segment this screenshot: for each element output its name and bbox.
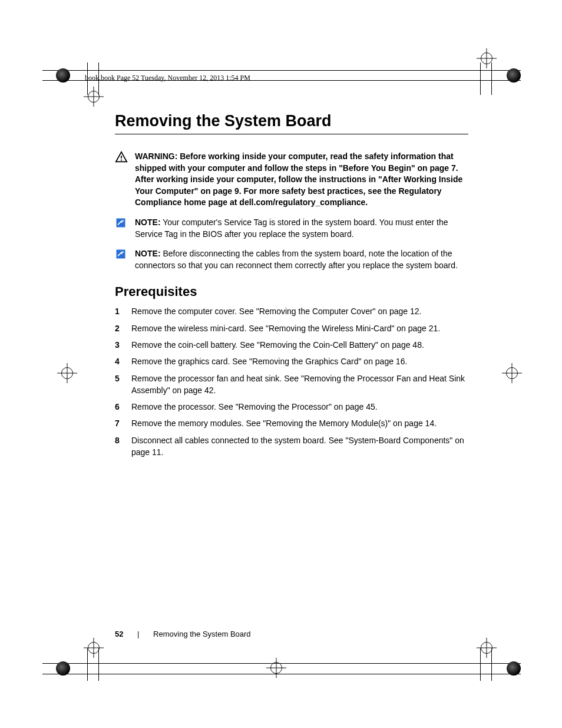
svg-point-22 [121, 159, 122, 160]
page-footer: 52 | Removing the System Board [115, 630, 251, 638]
warning-label: WARNING: [135, 151, 177, 161]
note-label: NOTE: [135, 218, 161, 227]
footer-separator: | [137, 630, 139, 638]
note-block: NOTE: Before disconnecting the cables fr… [115, 248, 468, 271]
list-item: Remove the wireless mini-card. See "Remo… [115, 322, 468, 334]
warning-body: Before working inside your computer, rea… [135, 151, 462, 207]
note-text: NOTE: Before disconnecting the cables fr… [135, 248, 468, 271]
note-icon [115, 248, 135, 271]
page-title: Removing the System Board [115, 112, 468, 130]
note-icon [115, 217, 135, 240]
registration-mark-icon [82, 85, 105, 108]
note-body: Your computer's Service Tag is stored in… [135, 218, 448, 239]
crop-ball-icon [507, 661, 521, 676]
list-item: Remove the memory modules. See "Removing… [115, 417, 468, 429]
list-item: Remove the computer cover. See "Removing… [115, 305, 468, 317]
note-body: Before disconnecting the cables from the… [135, 249, 458, 270]
list-item: Remove the processor. See "Removing the … [115, 401, 468, 413]
list-item: Remove the coin-cell battery. See "Remov… [115, 339, 468, 351]
registration-mark-icon [475, 637, 498, 659]
registration-mark-icon [265, 657, 287, 679]
list-item: Disconnect all cables connected to the s… [115, 434, 468, 459]
list-item: Remove the graphics card. See "Removing … [115, 355, 468, 367]
registration-mark-icon [56, 362, 78, 384]
page-number: 52 [115, 630, 123, 638]
document-page: book.book Page 52 Tuesday, November 12, … [0, 0, 562, 728]
svg-rect-24 [117, 250, 125, 259]
crop-ball-icon [56, 68, 70, 83]
crop-line [42, 70, 521, 71]
page-content: Removing the System Board WARNING: Befor… [115, 112, 468, 463]
warning-text: WARNING: Before working inside your comp… [135, 151, 468, 209]
note-block: NOTE: Your computer's Service Tag is sto… [115, 217, 468, 240]
list-item: Remove the processor fan and heat sink. … [115, 373, 468, 397]
note-label: NOTE: [135, 249, 161, 258]
crop-ball-icon [56, 661, 70, 676]
registration-mark-icon [501, 362, 523, 384]
print-header: book.book Page 52 Tuesday, November 12, … [85, 74, 250, 83]
section-heading: Prerequisites [115, 284, 468, 299]
footer-chapter: Removing the System Board [153, 630, 250, 638]
registration-mark-icon [82, 637, 105, 659]
svg-rect-23 [117, 218, 125, 227]
registration-mark-icon [475, 47, 498, 70]
title-rule [115, 134, 468, 134]
warning-block: WARNING: Before working inside your comp… [115, 151, 468, 209]
note-text: NOTE: Your computer's Service Tag is sto… [135, 217, 468, 240]
warning-icon [115, 151, 135, 209]
crop-ball-icon [507, 68, 521, 83]
prerequisite-list: Remove the computer cover. See "Removing… [115, 305, 468, 458]
